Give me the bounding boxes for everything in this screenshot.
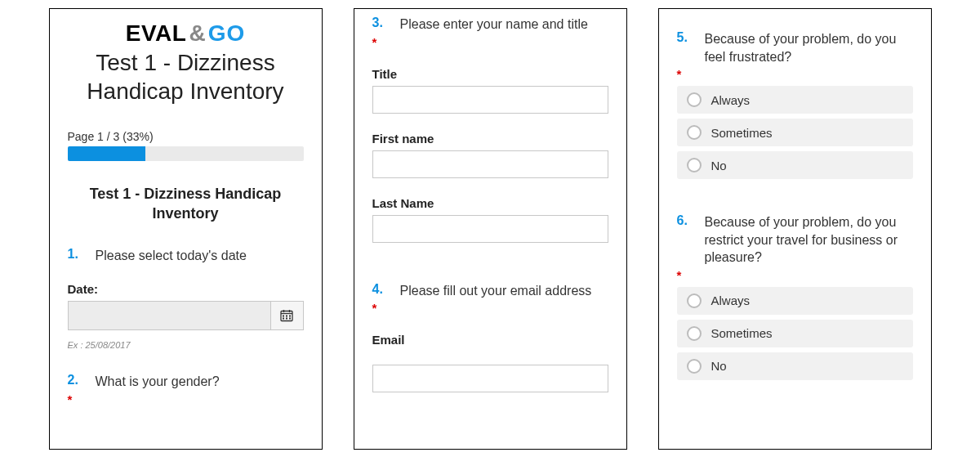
required-marker: * <box>677 67 913 81</box>
option-always[interactable]: Always <box>677 86 913 114</box>
question-1: 1. Please select today's date Date: Ex :… <box>68 247 304 351</box>
option-sometimes[interactable]: Sometimes <box>677 119 913 146</box>
date-input[interactable] <box>68 301 271 330</box>
question-text: Because of your problem, do you restrict… <box>705 213 913 267</box>
question-6: 6. Because of your problem, do you restr… <box>677 213 913 380</box>
progress-block: Page 1 / 3 (33%) <box>68 130 304 161</box>
required-marker: * <box>68 392 304 406</box>
svg-rect-6 <box>289 316 291 317</box>
radio-icon <box>687 293 702 308</box>
date-hint: Ex : 25/08/2017 <box>68 340 304 350</box>
question-5: 5. Because of your problem, do you feel … <box>677 30 913 179</box>
survey-panel-1: EVAL&GO Test 1 - Dizziness Handicap Inve… <box>49 8 323 450</box>
question-4: 4. Please fill out your email address * … <box>372 282 608 393</box>
logo-text-eval: EVAL <box>126 20 187 46</box>
radio-icon <box>687 92 702 107</box>
required-marker: * <box>372 35 608 49</box>
option-label: No <box>711 159 727 172</box>
question-number: 6. <box>677 213 695 267</box>
question-3: 3. Please enter your name and title * Ti… <box>372 16 608 243</box>
question-number: 4. <box>372 282 390 300</box>
question-text: What is your gender? <box>96 373 220 391</box>
question-text: Because of your problem, do you feel fru… <box>705 30 913 65</box>
email-field-label: Email <box>372 333 608 347</box>
survey-panel-3: 5. Because of your problem, do you feel … <box>658 8 932 450</box>
option-label: Always <box>711 293 751 307</box>
last-name-field-label: Last Name <box>372 196 608 210</box>
option-no[interactable]: No <box>677 352 913 380</box>
progress-label: Page 1 / 3 (33%) <box>68 130 304 143</box>
svg-rect-4 <box>283 316 284 317</box>
survey-panel-2: 3. Please enter your name and title * Ti… <box>354 8 627 450</box>
question-text: Please select today's date <box>96 247 247 265</box>
first-name-field-label: First name <box>372 132 608 146</box>
first-name-input[interactable] <box>372 150 608 178</box>
radio-icon <box>687 125 702 140</box>
question-number: 2. <box>68 373 86 391</box>
radio-icon <box>687 326 702 341</box>
survey-subtitle: Test 1 - Dizziness Handicap Inventory <box>68 184 304 224</box>
question-number: 1. <box>68 247 86 265</box>
progress-fill <box>68 146 145 161</box>
date-field-label: Date: <box>68 282 304 296</box>
title-field-label: Title <box>372 67 608 81</box>
logo-text-amp: & <box>189 20 205 46</box>
option-label: Always <box>711 93 751 107</box>
date-picker-button[interactable] <box>271 301 304 330</box>
calendar-icon <box>280 309 293 322</box>
question-text: Please fill out your email address <box>400 282 592 300</box>
required-marker: * <box>372 301 608 315</box>
question-number: 3. <box>372 16 390 34</box>
radio-icon <box>687 359 702 374</box>
question-number: 5. <box>677 30 695 65</box>
option-label: Sometimes <box>711 326 773 340</box>
progress-bar <box>68 146 304 161</box>
option-label: No <box>711 359 727 373</box>
radio-icon <box>687 158 702 172</box>
last-name-input[interactable] <box>372 215 608 243</box>
svg-rect-8 <box>286 318 287 320</box>
required-marker: * <box>677 268 913 282</box>
question-2: 2. What is your gender? * <box>68 373 304 406</box>
svg-rect-7 <box>283 318 284 320</box>
option-always[interactable]: Always <box>677 287 913 315</box>
option-sometimes[interactable]: Sometimes <box>677 320 913 347</box>
question-text: Please enter your name and title <box>400 16 588 34</box>
brand-logo: EVAL&GO <box>68 20 304 47</box>
email-input[interactable] <box>372 365 608 392</box>
option-label: Sometimes <box>711 126 773 140</box>
logo-text-go: GO <box>208 20 246 46</box>
option-no[interactable]: No <box>677 151 913 179</box>
title-input[interactable] <box>372 86 608 114</box>
survey-main-title: Test 1 - Dizziness Handicap Inventory <box>68 48 304 105</box>
svg-rect-9 <box>289 318 291 320</box>
svg-rect-5 <box>286 316 287 317</box>
